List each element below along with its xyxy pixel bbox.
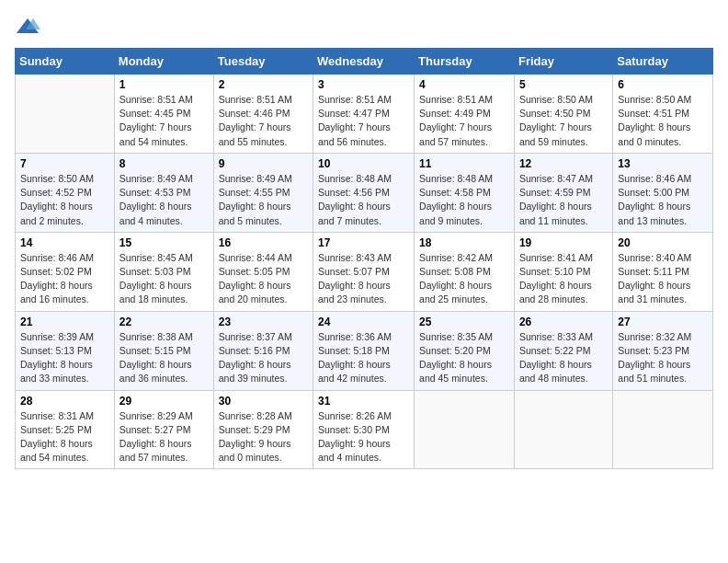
calendar-body: 1Sunrise: 8:51 AMSunset: 4:45 PMDaylight… [16,75,713,469]
day-cell: 11Sunrise: 8:48 AMSunset: 4:58 PMDayligh… [415,153,515,232]
day-cell [613,390,713,469]
day-detail: Sunrise: 8:29 AMSunset: 5:27 PMDaylight:… [119,409,209,465]
day-number: 5 [519,78,608,91]
day-number: 22 [119,316,209,328]
day-cell: 17Sunrise: 8:43 AMSunset: 5:07 PMDayligh… [313,232,415,311]
day-number: 1 [119,78,209,91]
day-detail: Sunrise: 8:40 AMSunset: 5:11 PMDaylight:… [618,251,708,307]
day-number: 26 [519,316,608,328]
day-cell: 28Sunrise: 8:31 AMSunset: 5:25 PMDayligh… [16,390,115,469]
day-number: 6 [618,78,708,91]
day-cell: 23Sunrise: 8:37 AMSunset: 5:16 PMDayligh… [213,311,313,390]
day-cell: 8Sunrise: 8:49 AMSunset: 4:53 PMDaylight… [114,153,213,232]
day-cell: 15Sunrise: 8:45 AMSunset: 5:03 PMDayligh… [114,232,213,311]
day-detail: Sunrise: 8:44 AMSunset: 5:05 PMDaylight:… [219,251,308,307]
day-number: 8 [119,157,209,170]
day-cell: 21Sunrise: 8:39 AMSunset: 5:13 PMDayligh… [16,311,115,390]
day-number: 9 [219,157,308,170]
week-row-5: 28Sunrise: 8:31 AMSunset: 5:25 PMDayligh… [16,390,713,469]
day-detail: Sunrise: 8:26 AMSunset: 5:30 PMDaylight:… [318,409,409,465]
day-number: 28 [20,395,109,408]
day-number: 31 [318,395,409,408]
day-detail: Sunrise: 8:50 AMSunset: 4:51 PMDaylight:… [618,93,708,149]
header-day-monday: Monday [114,49,213,75]
day-number: 16 [219,236,308,249]
day-detail: Sunrise: 8:48 AMSunset: 4:58 PMDaylight:… [419,172,509,228]
day-cell [16,75,115,154]
day-number: 12 [519,157,608,170]
day-number: 2 [219,78,308,91]
day-detail: Sunrise: 8:33 AMSunset: 5:22 PMDaylight:… [519,330,608,386]
day-number: 27 [618,316,708,328]
day-number: 4 [419,78,509,91]
day-detail: Sunrise: 8:51 AMSunset: 4:45 PMDaylight:… [119,93,209,149]
day-cell: 22Sunrise: 8:38 AMSunset: 5:15 PMDayligh… [114,311,213,390]
week-row-1: 1Sunrise: 8:51 AMSunset: 4:45 PMDaylight… [16,75,713,154]
day-cell: 9Sunrise: 8:49 AMSunset: 4:55 PMDaylight… [213,153,313,232]
day-detail: Sunrise: 8:48 AMSunset: 4:56 PMDaylight:… [318,172,409,228]
day-cell: 18Sunrise: 8:42 AMSunset: 5:08 PMDayligh… [415,232,515,311]
header-day-wednesday: Wednesday [313,49,415,75]
day-number: 11 [419,157,509,170]
header-day-sunday: Sunday [16,49,115,75]
day-detail: Sunrise: 8:43 AMSunset: 5:07 PMDaylight:… [318,251,409,307]
day-number: 14 [20,236,109,249]
day-detail: Sunrise: 8:28 AMSunset: 5:29 PMDaylight:… [219,409,308,465]
day-detail: Sunrise: 8:51 AMSunset: 4:46 PMDaylight:… [219,93,308,149]
day-number: 13 [618,157,708,170]
week-row-3: 14Sunrise: 8:46 AMSunset: 5:02 PMDayligh… [16,232,713,311]
logo-icon [15,15,40,40]
day-detail: Sunrise: 8:46 AMSunset: 5:00 PMDaylight:… [618,172,708,228]
day-detail: Sunrise: 8:36 AMSunset: 5:18 PMDaylight:… [318,330,409,386]
day-detail: Sunrise: 8:39 AMSunset: 5:13 PMDaylight:… [20,330,109,386]
day-detail: Sunrise: 8:45 AMSunset: 5:03 PMDaylight:… [119,251,209,307]
day-detail: Sunrise: 8:50 AMSunset: 4:50 PMDaylight:… [519,93,608,149]
day-cell: 7Sunrise: 8:50 AMSunset: 4:52 PMDaylight… [16,153,115,232]
day-cell: 31Sunrise: 8:26 AMSunset: 5:30 PMDayligh… [313,390,415,469]
day-number: 23 [219,316,308,328]
day-number: 24 [318,316,409,328]
day-detail: Sunrise: 8:46 AMSunset: 5:02 PMDaylight:… [20,251,109,307]
day-cell: 20Sunrise: 8:40 AMSunset: 5:11 PMDayligh… [613,232,713,311]
day-detail: Sunrise: 8:31 AMSunset: 5:25 PMDaylight:… [20,409,109,465]
day-cell: 30Sunrise: 8:28 AMSunset: 5:29 PMDayligh… [213,390,313,469]
day-detail: Sunrise: 8:51 AMSunset: 4:47 PMDaylight:… [318,93,409,149]
day-cell: 13Sunrise: 8:46 AMSunset: 5:00 PMDayligh… [613,153,713,232]
header-day-saturday: Saturday [613,49,713,75]
day-detail: Sunrise: 8:32 AMSunset: 5:23 PMDaylight:… [618,330,708,386]
day-detail: Sunrise: 8:50 AMSunset: 4:52 PMDaylight:… [20,172,109,228]
day-cell: 12Sunrise: 8:47 AMSunset: 4:59 PMDayligh… [514,153,612,232]
header-day-thursday: Thursday [415,49,515,75]
day-detail: Sunrise: 8:37 AMSunset: 5:16 PMDaylight:… [219,330,308,386]
day-cell: 2Sunrise: 8:51 AMSunset: 4:46 PMDaylight… [213,75,313,154]
day-detail: Sunrise: 8:49 AMSunset: 4:53 PMDaylight:… [119,172,209,228]
day-cell: 19Sunrise: 8:41 AMSunset: 5:10 PMDayligh… [514,232,612,311]
day-number: 29 [119,395,209,408]
day-cell: 26Sunrise: 8:33 AMSunset: 5:22 PMDayligh… [514,311,612,390]
day-detail: Sunrise: 8:51 AMSunset: 4:49 PMDaylight:… [419,93,509,149]
day-number: 15 [119,236,209,249]
day-cell: 16Sunrise: 8:44 AMSunset: 5:05 PMDayligh… [213,232,313,311]
day-cell [514,390,612,469]
day-detail: Sunrise: 8:47 AMSunset: 4:59 PMDaylight:… [519,172,608,228]
day-number: 20 [618,236,708,249]
day-cell: 24Sunrise: 8:36 AMSunset: 5:18 PMDayligh… [313,311,415,390]
day-number: 3 [318,78,409,91]
week-row-2: 7Sunrise: 8:50 AMSunset: 4:52 PMDaylight… [16,153,713,232]
day-detail: Sunrise: 8:49 AMSunset: 4:55 PMDaylight:… [219,172,308,228]
day-number: 18 [419,236,509,249]
day-number: 21 [20,316,109,328]
day-cell: 27Sunrise: 8:32 AMSunset: 5:23 PMDayligh… [613,311,713,390]
day-number: 30 [219,395,308,408]
day-detail: Sunrise: 8:41 AMSunset: 5:10 PMDaylight:… [519,251,608,307]
day-number: 25 [419,316,509,328]
header-row: SundayMondayTuesdayWednesdayThursdayFrid… [16,49,713,75]
day-number: 17 [318,236,409,249]
day-cell: 1Sunrise: 8:51 AMSunset: 4:45 PMDaylight… [114,75,213,154]
day-cell: 14Sunrise: 8:46 AMSunset: 5:02 PMDayligh… [16,232,115,311]
day-number: 10 [318,157,409,170]
logo [15,15,42,40]
day-cell: 4Sunrise: 8:51 AMSunset: 4:49 PMDaylight… [415,75,515,154]
header-day-tuesday: Tuesday [213,49,313,75]
day-number: 19 [519,236,608,249]
